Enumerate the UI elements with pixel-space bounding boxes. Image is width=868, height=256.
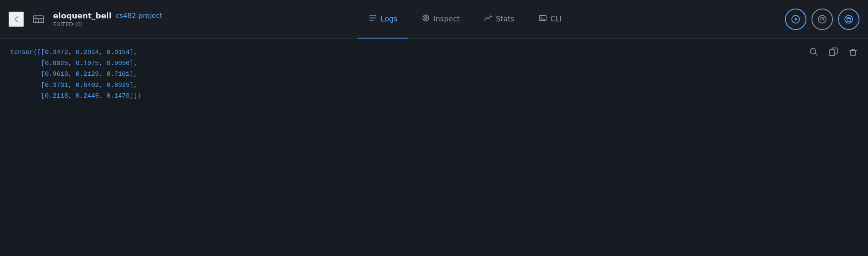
svg-point-10	[425, 18, 426, 18]
container-name: eloquent_bell	[53, 11, 112, 20]
svg-rect-17	[847, 18, 850, 21]
svg-point-15	[818, 15, 826, 23]
tab-cli[interactable]: CLI	[528, 0, 572, 39]
run-button[interactable]	[785, 9, 806, 30]
nav-tabs: Logs Inspect Stats	[358, 0, 572, 39]
log-copy-button[interactable]	[827, 45, 840, 58]
tab-logs[interactable]: Logs	[358, 0, 407, 39]
svg-rect-26	[850, 51, 856, 55]
svg-marker-14	[795, 18, 798, 21]
tab-stats-label: Stats	[496, 15, 514, 23]
log-line: [0.9613, 0.2129, 0.7101],	[10, 69, 858, 80]
log-line: [0.8025, 0.1975, 0.9956],	[10, 58, 858, 69]
svg-rect-25	[829, 50, 835, 56]
container-icon	[31, 12, 46, 27]
logs-icon	[369, 14, 377, 24]
tab-logs-label: Logs	[380, 15, 397, 23]
main-content: tensor([[0.3472, 0.2924, 0.9154], [0.802…	[0, 39, 868, 256]
header-actions	[785, 9, 859, 30]
tab-stats[interactable]: Stats	[473, 0, 524, 39]
restart-button[interactable]	[812, 9, 833, 30]
log-toolbar	[807, 45, 859, 58]
svg-point-16	[845, 15, 853, 23]
inspect-icon	[422, 14, 430, 24]
log-line: tensor([[0.3472, 0.2924, 0.9154],	[10, 47, 858, 58]
log-line: [0.3731, 0.6402, 0.8925],	[10, 80, 858, 91]
tab-inspect-label: Inspect	[434, 15, 460, 23]
back-button[interactable]	[9, 12, 24, 27]
project-link[interactable]: cs482-project	[116, 12, 163, 20]
log-line: [0.2118, 0.2449, 0.1476]])	[10, 91, 858, 102]
log-search-button[interactable]	[807, 45, 820, 58]
log-content: tensor([[0.3472, 0.2924, 0.9154], [0.802…	[0, 39, 868, 110]
header: eloquent_bell cs482-project EXITED (0) L…	[0, 0, 868, 39]
tab-cli-label: CLI	[550, 15, 562, 23]
title-area: eloquent_bell cs482-project EXITED (0)	[53, 11, 163, 27]
stats-icon	[484, 14, 492, 24]
svg-line-23	[815, 53, 817, 55]
log-clear-button[interactable]	[847, 45, 859, 58]
tab-inspect[interactable]: Inspect	[411, 0, 470, 39]
status-badge: EXITED (0)	[53, 21, 163, 27]
delete-button[interactable]	[838, 9, 859, 30]
cli-icon	[538, 14, 547, 24]
